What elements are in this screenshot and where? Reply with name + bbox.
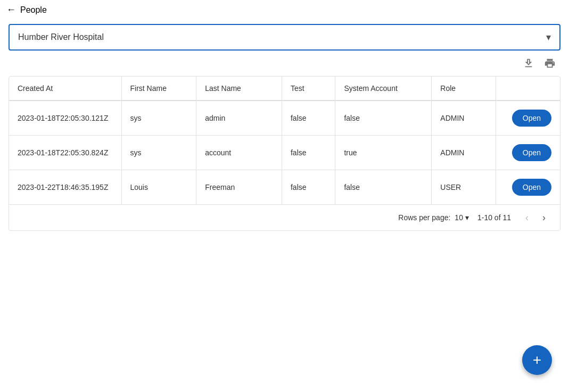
cell-test-2: false xyxy=(282,170,335,205)
cell-created_at-1: 2023-01-18T22:05:30.824Z xyxy=(9,136,121,170)
cell-first_name-1: sys xyxy=(121,136,196,170)
rows-per-page-value: 10 xyxy=(455,213,463,222)
rows-per-page-select[interactable]: 10 ▾ xyxy=(455,213,469,222)
page-title: People xyxy=(20,5,47,15)
table-row: 2023-01-18T22:05:30.824Zsysaccountfalset… xyxy=(9,136,560,170)
people-table: Created At First Name Last Name Test Sys… xyxy=(9,76,560,231)
add-person-button[interactable]: + xyxy=(522,345,552,375)
back-button[interactable]: ← xyxy=(6,4,16,15)
rows-per-page-container: Rows per page: 10 ▾ xyxy=(398,213,469,222)
table-row: 2023-01-18T22:05:30.121Zsysadminfalsefal… xyxy=(9,101,560,136)
open-button-1[interactable]: Open xyxy=(512,144,551,161)
cell-role-0: ADMIN xyxy=(432,101,496,136)
rows-per-page-label: Rows per page: xyxy=(398,213,450,222)
cell-system_account-2: false xyxy=(335,170,432,205)
page-navigation: ‹ › xyxy=(519,210,551,225)
download-icon xyxy=(523,57,534,69)
cell-role-2: USER xyxy=(432,170,496,205)
col-header-first-name: First Name xyxy=(121,77,196,101)
next-page-button[interactable]: › xyxy=(537,210,551,225)
open-button-0[interactable]: Open xyxy=(512,110,551,127)
col-header-role: Role xyxy=(432,77,496,101)
cell-test-0: false xyxy=(282,101,335,136)
cell-first_name-0: sys xyxy=(121,101,196,136)
col-header-last-name: Last Name xyxy=(196,77,282,101)
col-header-system-account: System Account xyxy=(335,77,432,101)
cell-last_name-1: account xyxy=(196,136,282,170)
prev-page-button[interactable]: ‹ xyxy=(519,210,534,225)
cell-first_name-2: Louis xyxy=(121,170,196,205)
main-container: Humber River Hospital ▾ Created At First… xyxy=(0,20,569,239)
cell-test-1: false xyxy=(282,136,335,170)
pagination: Rows per page: 10 ▾ 1-10 of 11 ‹ › xyxy=(9,204,560,230)
download-button[interactable] xyxy=(520,55,537,72)
col-header-test: Test xyxy=(282,77,335,101)
print-icon xyxy=(544,57,556,69)
cell-action-1: Open xyxy=(496,136,560,170)
print-button[interactable] xyxy=(541,55,558,72)
header: ← People xyxy=(0,0,569,20)
toolbar xyxy=(9,51,560,76)
page-info: 1-10 of 11 xyxy=(477,213,511,222)
table-row: 2023-01-22T18:46:35.195ZLouisFreemanfals… xyxy=(9,170,560,205)
rows-per-page-arrow: ▾ xyxy=(465,213,469,222)
cell-role-1: ADMIN xyxy=(432,136,496,170)
table-header-row: Created At First Name Last Name Test Sys… xyxy=(9,77,560,101)
cell-created_at-2: 2023-01-22T18:46:35.195Z xyxy=(9,170,121,205)
cell-last_name-0: admin xyxy=(196,101,282,136)
cell-created_at-0: 2023-01-18T22:05:30.121Z xyxy=(9,101,121,136)
hospital-dropdown[interactable]: Humber River Hospital ▾ xyxy=(9,24,560,51)
cell-last_name-2: Freeman xyxy=(196,170,282,205)
cell-system_account-0: false xyxy=(335,101,432,136)
col-header-action xyxy=(496,77,560,101)
col-header-created-at: Created At xyxy=(9,77,121,101)
cell-action-2: Open xyxy=(496,170,560,205)
open-button-2[interactable]: Open xyxy=(512,179,551,196)
chevron-down-icon: ▾ xyxy=(546,31,551,43)
cell-action-0: Open xyxy=(496,101,560,136)
cell-system_account-1: true xyxy=(335,136,432,170)
dropdown-selected-value: Humber River Hospital xyxy=(18,32,104,42)
